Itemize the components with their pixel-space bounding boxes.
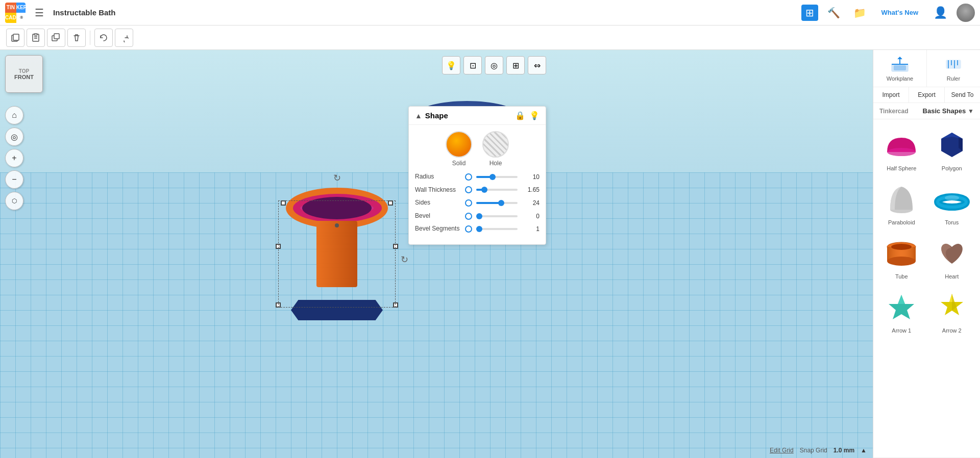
- shape-item-half-sphere[interactable]: Half Sphere: [877, 123, 926, 175]
- bevel-param-row: Bevel 0: [415, 212, 540, 220]
- bevel-value: 0: [522, 213, 540, 220]
- shape-item-paraboloid[interactable]: Paraboloid: [877, 177, 926, 230]
- bevel-segments-circle[interactable]: [465, 225, 472, 233]
- lock-icon[interactable]: 🔒: [515, 111, 525, 120]
- shape-item-arrow1[interactable]: Arrow 1: [877, 286, 926, 338]
- paste-button[interactable]: [27, 29, 45, 47]
- bevel-label: Bevel: [415, 212, 461, 220]
- top-right-tools: Workplane Ruler Import Export Send To Ti…: [873, 50, 980, 458]
- solid-label: Solid: [452, 160, 466, 167]
- logo-tl: TIN: [5, 3, 16, 13]
- svg-point-24: [945, 195, 959, 200]
- project-title: Instructable Bath: [53, 8, 116, 17]
- workplane-label: Workplane: [887, 75, 913, 82]
- import-button[interactable]: Import: [873, 87, 909, 103]
- torus-thumb: [934, 182, 970, 217]
- shape-item-tube[interactable]: Tube: [877, 232, 926, 284]
- design-view-btn[interactable]: ⊞: [801, 5, 818, 21]
- radius-circle[interactable]: [465, 173, 472, 181]
- secondary-toolbar: [0, 26, 980, 50]
- radius-param-row: Radius 10: [415, 173, 540, 181]
- nav-controls: ⌂ ◎ + − ⬡: [5, 106, 23, 210]
- torus-label: Torus: [945, 219, 959, 225]
- align-toggle-btn[interactable]: ⊞: [506, 56, 525, 74]
- shape-item-heart[interactable]: Heart: [928, 232, 976, 284]
- delete-button[interactable]: [67, 29, 86, 47]
- duplicate-button[interactable]: [47, 29, 65, 47]
- codeblocks-btn[interactable]: 🔨: [823, 5, 844, 21]
- radius-slider[interactable]: [476, 176, 518, 178]
- view-cube[interactable]: TOP FRONT: [5, 55, 46, 96]
- send-to-button[interactable]: Send To: [945, 87, 980, 103]
- viewport[interactable]: ↻ ↻ TOP FRONT ⌂ ◎ + − ⬡: [0, 50, 873, 458]
- shape-panel-title: Shape: [425, 111, 448, 120]
- shape-panel-collapse[interactable]: ▲: [415, 112, 422, 120]
- hole-label: Hole: [489, 160, 502, 167]
- bevel-circle[interactable]: [465, 213, 472, 220]
- topbar: TIN KER CAD ® ☰ Instructable Bath ⊞ 🔨 📁 …: [0, 0, 980, 26]
- hole-icon: [482, 131, 509, 158]
- wall-thickness-slider[interactable]: [476, 189, 518, 191]
- light-toggle-btn[interactable]: 💡: [442, 56, 460, 74]
- snap-grid-label: Snap Grid: [800, 447, 827, 454]
- workplane-btn[interactable]: Workplane: [873, 50, 927, 87]
- shapes-category-label: Basic Shapes: [923, 107, 966, 115]
- viewport-toolbar: 💡 ⊡ ◎ ⊞ ⇔: [442, 56, 546, 74]
- sides-slider[interactable]: [476, 202, 518, 204]
- mirror-toggle-btn[interactable]: ⇔: [528, 56, 546, 74]
- ruler-btn[interactable]: Ruler: [927, 50, 980, 87]
- light-icon[interactable]: 💡: [529, 111, 540, 120]
- export-button[interactable]: Export: [909, 87, 945, 103]
- heart-thumb: [934, 236, 970, 271]
- wall-thickness-param-row: Wall Thickness 1.65: [415, 186, 540, 194]
- workplane-ruler-row: Workplane Ruler: [873, 50, 980, 87]
- selected-object[interactable]: ↻ ↻: [276, 183, 398, 325]
- perspective-btn[interactable]: ⬡: [5, 192, 23, 210]
- hole-option[interactable]: Hole: [482, 131, 509, 167]
- whats-new-button[interactable]: What's New: [875, 9, 924, 16]
- shapes-category-dropdown[interactable]: Basic Shapes ▼: [923, 107, 974, 115]
- redo-button[interactable]: [115, 29, 133, 47]
- cube-front-label: FRONT: [14, 74, 34, 80]
- shapes-panel-header: Tinkercad Basic Shapes ▼: [873, 103, 980, 119]
- radius-value: 10: [522, 173, 540, 181]
- sides-circle[interactable]: [465, 199, 472, 207]
- home-nav-btn[interactable]: ⌂: [5, 106, 23, 124]
- zoom-in-btn[interactable]: +: [5, 149, 23, 167]
- snap-grid-arrow[interactable]: ▲: [861, 447, 867, 454]
- sides-label: Sides: [415, 199, 461, 207]
- plane-toggle-btn[interactable]: ◎: [485, 56, 503, 74]
- view-cube-face[interactable]: TOP FRONT: [5, 55, 43, 93]
- bevel-slider[interactable]: [476, 215, 518, 217]
- solid-option[interactable]: Solid: [446, 131, 472, 167]
- simulate-btn[interactable]: 📁: [849, 5, 870, 21]
- wall-thickness-value: 1.65: [522, 186, 540, 193]
- viewport-footer: Edit Grid Snap Grid 1.0 mm ▲: [770, 447, 867, 454]
- arrow2-thumb: [934, 290, 970, 325]
- cube-top-label: TOP: [19, 68, 29, 74]
- tinkercad-logo[interactable]: TIN KER CAD ®: [5, 3, 26, 23]
- svg-rect-3: [34, 34, 37, 35]
- svg-point-29: [891, 244, 912, 250]
- shape-item-polygon[interactable]: Polygon: [928, 123, 976, 175]
- svg-rect-1: [13, 34, 19, 40]
- wall-thickness-circle[interactable]: [465, 186, 472, 193]
- shape-item-torus[interactable]: Torus: [928, 177, 976, 230]
- zoom-out-btn[interactable]: −: [5, 170, 23, 189]
- bevel-segments-slider[interactable]: [476, 228, 518, 230]
- fit-all-btn[interactable]: ◎: [5, 128, 23, 146]
- copy-button[interactable]: [6, 29, 24, 47]
- undo-button[interactable]: [94, 29, 113, 47]
- import-export-send-row: Import Export Send To: [873, 87, 980, 103]
- bevel-segments-label: Bevel Segments: [415, 225, 461, 233]
- grid-toggle-btn[interactable]: ⊡: [463, 56, 482, 74]
- shape-item-arrow2[interactable]: Arrow 2: [928, 286, 976, 338]
- paraboloid-thumb: [884, 182, 919, 217]
- menu-hamburger[interactable]: ☰: [31, 5, 48, 21]
- avatar[interactable]: [957, 4, 975, 22]
- edit-grid-link[interactable]: Edit Grid: [770, 447, 794, 454]
- add-user-btn[interactable]: 👤: [929, 4, 951, 21]
- half-sphere-thumb: [884, 128, 919, 163]
- polygon-thumb: [934, 128, 970, 163]
- polygon-label: Polygon: [942, 165, 962, 171]
